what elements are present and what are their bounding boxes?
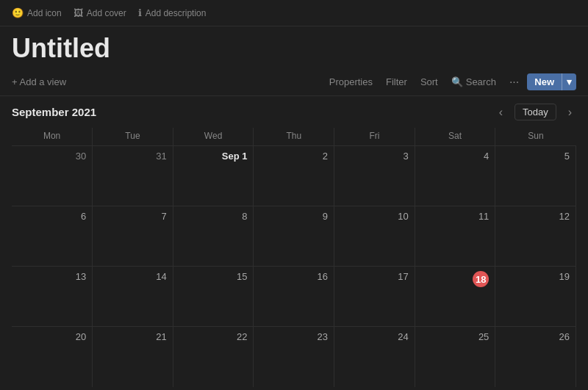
calendar-day-cell[interactable]: 3 — [334, 146, 415, 206]
date-number: 13 — [18, 271, 86, 282]
calendar-day-cell[interactable]: 9 — [254, 206, 334, 267]
date-number: 25 — [421, 331, 490, 342]
date-number: 2 — [259, 151, 328, 162]
date-number: 21 — [98, 331, 167, 342]
add-icon-label: Add icon — [27, 8, 62, 18]
calendar-day-cell[interactable]: 24 — [334, 327, 415, 387]
calendar-day-cell[interactable]: 7 — [93, 206, 173, 267]
date-number: 3 — [340, 151, 409, 162]
calendar-day-cell[interactable]: 19 — [495, 267, 576, 327]
new-button-arrow[interactable]: ▾ — [562, 73, 576, 90]
new-button-label: New — [527, 73, 562, 90]
date-number: 10 — [340, 211, 409, 222]
today-button[interactable]: Today — [514, 104, 556, 120]
calendar-day-cell[interactable]: 4 — [415, 146, 495, 206]
add-description-label: Add description — [146, 8, 207, 18]
date-number: 12 — [501, 211, 570, 222]
calendar-week-row: 13141516171819 — [12, 267, 576, 327]
prev-month-button[interactable]: ‹ — [495, 104, 507, 120]
calendar-day-cell[interactable]: 11 — [415, 206, 495, 267]
search-button[interactable]: 🔍 Search — [446, 74, 501, 90]
new-button[interactable]: New ▾ — [527, 73, 576, 90]
calendar-day-cell[interactable]: 8 — [173, 206, 254, 267]
date-number: 17 — [340, 271, 409, 282]
col-wed: Wed — [173, 128, 254, 146]
date-number: 5 — [501, 151, 570, 162]
calendar-week-row: 3031Sep 12345 — [12, 146, 576, 206]
calendar-day-cell[interactable]: 12 — [495, 206, 576, 267]
calendar-day-cell[interactable]: 18 — [415, 267, 495, 327]
today-date-number: 18 — [473, 271, 489, 287]
col-sun: Sun — [495, 128, 576, 146]
properties-button[interactable]: Properties — [324, 74, 378, 90]
calendar-section: September 2021 ‹ Today › Mon Tue Wed Thu… — [0, 96, 588, 387]
add-view-button[interactable]: + Add a view — [12, 76, 66, 87]
view-actions: Properties Filter Sort 🔍 Search ··· New … — [324, 73, 576, 91]
calendar-day-cell[interactable]: 6 — [12, 206, 93, 267]
calendar-day-cell[interactable]: 26 — [495, 327, 576, 387]
search-label: Search — [466, 76, 496, 87]
calendar-month: September 2021 — [12, 106, 96, 118]
date-number: 31 — [98, 151, 167, 162]
calendar-day-cell[interactable]: 30 — [12, 146, 93, 206]
page-header: Untitled — [0, 26, 588, 68]
date-number: 19 — [501, 271, 570, 282]
add-description-action[interactable]: ℹ Add description — [138, 7, 207, 18]
date-number: 26 — [501, 331, 570, 342]
page-title[interactable]: Untitled — [12, 32, 576, 64]
calendar-day-cell[interactable]: 21 — [93, 327, 173, 387]
date-number: 11 — [421, 211, 490, 222]
calendar-day-cell[interactable]: 25 — [415, 327, 495, 387]
calendar-day-cell[interactable]: 13 — [12, 267, 93, 327]
col-mon: Mon — [12, 128, 93, 146]
date-number: 16 — [259, 271, 328, 282]
more-options-button[interactable]: ··· — [504, 73, 524, 91]
date-number: 15 — [179, 271, 248, 282]
calendar-day-cell[interactable]: 10 — [334, 206, 415, 267]
calendar-day-cell[interactable]: 17 — [334, 267, 415, 327]
date-number: 9 — [259, 211, 328, 222]
calendar-day-cell[interactable]: 20 — [12, 327, 93, 387]
add-cover-action[interactable]: 🖼 Add cover — [74, 7, 126, 18]
date-number: Sep 1 — [179, 151, 248, 162]
col-fri: Fri — [334, 128, 415, 146]
calendar-day-cell[interactable]: 16 — [254, 267, 334, 327]
col-thu: Thu — [254, 128, 334, 146]
date-number: 6 — [18, 211, 86, 222]
calendar-day-cell[interactable]: 22 — [173, 327, 254, 387]
calendar-header: September 2021 ‹ Today › — [12, 104, 576, 120]
date-number: 20 — [18, 331, 86, 342]
add-cover-label: Add cover — [87, 8, 126, 18]
calendar-nav: ‹ Today › — [495, 104, 576, 120]
calendar-day-cell[interactable]: Sep 1 — [173, 146, 254, 206]
date-number: 4 — [421, 151, 490, 162]
search-icon: 🔍 — [451, 76, 463, 87]
calendar-grid: Mon Tue Wed Thu Fri Sat Sun 3031Sep 1234… — [12, 128, 576, 387]
col-sat: Sat — [415, 128, 495, 146]
calendar-day-cell[interactable]: 15 — [173, 267, 254, 327]
date-number: 7 — [98, 211, 167, 222]
top-toolbar: 🙂 Add icon 🖼 Add cover ℹ Add description — [0, 0, 588, 26]
calendar-week-row: 20212223242526 — [12, 327, 576, 387]
calendar-day-cell[interactable]: 14 — [93, 267, 173, 327]
image-icon: 🖼 — [74, 7, 83, 18]
filter-button[interactable]: Filter — [381, 74, 412, 90]
col-tue: Tue — [93, 128, 173, 146]
date-number: 22 — [179, 331, 248, 342]
date-number: 24 — [340, 331, 409, 342]
date-number: 23 — [259, 331, 328, 342]
sort-button[interactable]: Sort — [415, 74, 443, 90]
calendar-day-cell[interactable]: 23 — [254, 327, 334, 387]
calendar-day-cell[interactable]: 31 — [93, 146, 173, 206]
calendar-day-cell[interactable]: 2 — [254, 146, 334, 206]
view-toolbar: + Add a view Properties Filter Sort 🔍 Se… — [0, 68, 588, 96]
add-icon-action[interactable]: 🙂 Add icon — [12, 7, 62, 18]
next-month-button[interactable]: › — [564, 104, 576, 120]
calendar-day-cell[interactable]: 5 — [495, 146, 576, 206]
emoji-icon: 🙂 — [12, 7, 24, 18]
date-number: 14 — [98, 271, 167, 282]
add-view-label: + Add a view — [12, 76, 66, 87]
date-number: 30 — [18, 151, 86, 162]
calendar-header-row: Mon Tue Wed Thu Fri Sat Sun — [12, 128, 576, 146]
calendar-week-row: 6789101112 — [12, 206, 576, 267]
